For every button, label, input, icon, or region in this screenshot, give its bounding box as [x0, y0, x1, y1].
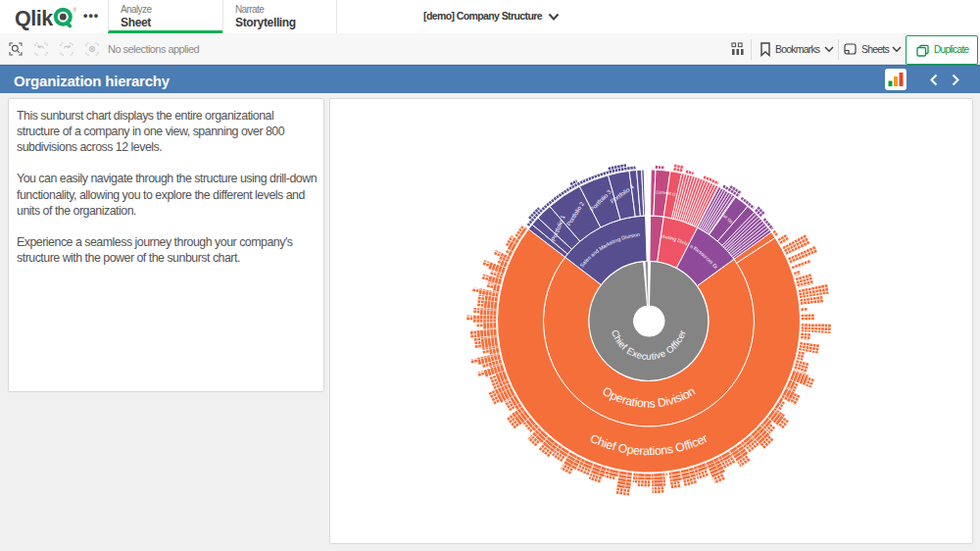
svg-text:®: ® — [74, 7, 77, 13]
svg-text:Qlik: Qlik — [15, 7, 53, 30]
